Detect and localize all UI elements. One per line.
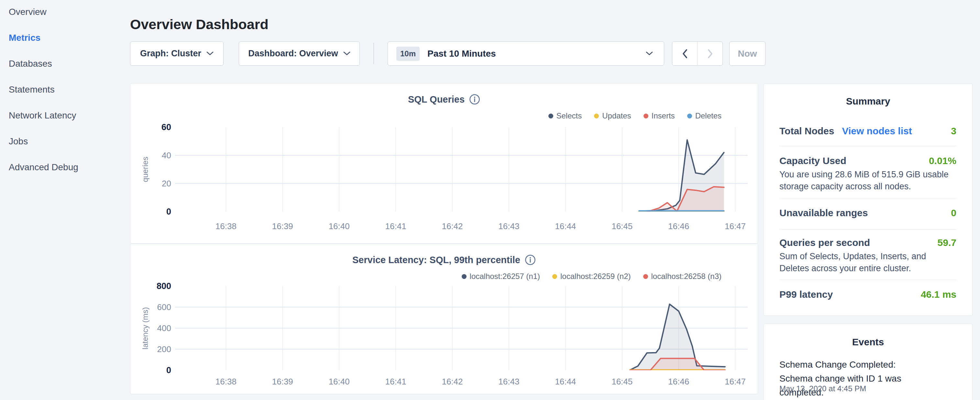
y-axis-tick: 0	[140, 365, 171, 375]
summary-row-queries-per-second: Queries per second 59.7	[780, 237, 956, 248]
x-axis-tick: 16:47	[716, 377, 755, 387]
y-axis-tick: 200	[140, 344, 171, 354]
divider	[780, 199, 956, 199]
x-axis-tick: 16:39	[263, 377, 302, 387]
chart-legend: SelectsUpdatesInsertsDeletes	[549, 112, 722, 120]
legend-label: localhost:26257 (n1)	[470, 272, 540, 281]
summary-row-unavailable-ranges: Unavailable ranges 0	[780, 207, 956, 218]
toolbar-divider	[373, 43, 374, 64]
legend-dot-icon	[552, 274, 557, 279]
y-axis-tick: 40	[140, 150, 171, 161]
y-axis-tick: 60	[140, 122, 171, 132]
x-axis-tick: 16:38	[207, 377, 245, 387]
legend-item[interactable]: Selects	[549, 112, 582, 120]
x-axis-tick: 16:38	[207, 222, 245, 231]
x-axis-tick: 16:46	[659, 377, 698, 387]
x-axis-tick: 16:41	[376, 377, 415, 387]
time-window-selector[interactable]: 10m Past 10 Minutes	[388, 41, 664, 66]
sidebar-item-overview[interactable]: Overview	[9, 0, 119, 25]
summary-row-label: Capacity Used	[780, 155, 846, 166]
summary-row-label: Total Nodes	[780, 126, 834, 137]
legend-item[interactable]: Inserts	[644, 112, 675, 120]
info-icon[interactable]	[525, 254, 536, 265]
x-axis-tick: 16:44	[546, 377, 585, 387]
legend-dot-icon	[687, 113, 692, 118]
event-timestamp: May 13, 2020 at 4:45 PM	[780, 384, 866, 393]
legend-label: localhost:26259 (n2)	[560, 272, 631, 281]
service-latency-chart-card: Service Latency: SQL, 99th percentile lo…	[130, 244, 758, 394]
chevron-down-icon	[646, 51, 653, 56]
sidebar-item-jobs[interactable]: Jobs	[9, 129, 119, 155]
sql-queries-chart-card: SQL Queries SelectsUpdatesInsertsDeletes…	[130, 83, 758, 244]
x-axis-tick: 16:40	[320, 222, 358, 231]
sidebar-item-advanced-debug[interactable]: Advanced Debug	[9, 155, 119, 180]
summary-row-p99-latency: P99 latency 46.1 ms	[780, 289, 956, 300]
legend-item[interactable]: Updates	[594, 112, 631, 120]
x-axis-tick: 16:45	[603, 222, 641, 231]
x-axis-tick: 16:42	[433, 222, 472, 231]
next-time-window-button[interactable]	[698, 42, 722, 65]
summary-row-value: 0	[951, 207, 956, 218]
graph-dropdown-label: Graph: Cluster	[140, 49, 201, 59]
divider	[780, 280, 956, 280]
sidebar-item-databases[interactable]: Databases	[9, 51, 119, 77]
y-axis-tick: 400	[140, 323, 171, 333]
x-axis-tick: 16:47	[716, 222, 755, 231]
sidebar-item-network-latency[interactable]: Network Latency	[9, 103, 119, 129]
x-axis-tick: 16:41	[376, 222, 415, 231]
summary-row-description: Sum of Selects, Updates, Inserts, and De…	[780, 250, 951, 274]
events-panel: Events Schema Change Completed: Schema c…	[764, 324, 972, 400]
view-nodes-list-link[interactable]: View nodes list	[842, 126, 912, 137]
previous-time-window-button[interactable]	[672, 42, 698, 65]
sidebar-item-metrics[interactable]: Metrics	[9, 25, 119, 51]
graph-dropdown[interactable]: Graph: Cluster	[130, 41, 224, 66]
x-axis-tick: 16:42	[433, 377, 472, 387]
dashboard-dropdown[interactable]: Dashboard: Overview	[239, 41, 360, 66]
chevron-right-icon	[707, 49, 713, 59]
legend-item[interactable]: localhost:26259 (n2)	[552, 272, 631, 281]
summary-row-value: 0.01%	[929, 155, 956, 166]
legend-label: Deletes	[695, 112, 721, 120]
summary-row-total-nodes: Total Nodes View nodes list 3	[780, 126, 956, 137]
page-title: Overview Dashboard	[130, 16, 269, 32]
y-axis-tick: 800	[140, 281, 171, 291]
summary-row-description: You are using 28.6 MiB of 515.9 GiB usab…	[780, 169, 951, 193]
summary-row-capacity-used: Capacity Used 0.01%	[780, 155, 956, 166]
y-axis-tick: 600	[140, 302, 171, 312]
x-axis-tick: 16:46	[659, 222, 698, 231]
chart-header: Service Latency: SQL, 99th percentile	[130, 254, 758, 265]
chevron-down-icon	[343, 51, 350, 56]
info-icon[interactable]	[469, 94, 480, 105]
legend-label: Inserts	[652, 112, 675, 120]
x-axis-tick: 16:44	[546, 222, 585, 231]
summary-row-label: Queries per second	[780, 237, 870, 248]
y-axis-label: queries	[140, 127, 151, 212]
divider	[780, 229, 956, 230]
x-axis-tick: 16:40	[320, 377, 358, 387]
now-button-label: Now	[738, 49, 757, 59]
legend-item[interactable]: localhost:26257 (n1)	[462, 272, 540, 281]
legend-label: Updates	[602, 112, 631, 120]
divider	[780, 146, 956, 146]
summary-row-label: P99 latency	[780, 289, 833, 300]
time-window-pager	[672, 41, 723, 66]
legend-item[interactable]: localhost:26258 (n3)	[643, 272, 721, 281]
sidebar-item-statements[interactable]: Statements	[9, 77, 119, 103]
x-axis-tick: 16:43	[490, 222, 528, 231]
x-axis-tick: 16:45	[603, 377, 641, 387]
events-title: Events	[764, 336, 972, 347]
legend-dot-icon	[462, 274, 466, 279]
chart-title: Service Latency: SQL, 99th percentile	[352, 255, 520, 265]
summary-row-value: 3	[951, 126, 956, 137]
summary-row-label: Unavailable ranges	[780, 207, 868, 218]
now-button[interactable]: Now	[729, 41, 765, 66]
time-window-badge: 10m	[396, 46, 420, 61]
y-axis-tick: 20	[140, 178, 171, 189]
time-window-label: Past 10 Minutes	[427, 49, 496, 59]
x-axis-tick: 16:39	[263, 222, 302, 231]
chart-plot-area	[175, 127, 748, 212]
chart-title: SQL Queries	[408, 94, 465, 105]
chevron-down-icon	[207, 51, 213, 56]
dashboard-dropdown-label: Dashboard: Overview	[248, 49, 338, 59]
legend-item[interactable]: Deletes	[687, 112, 721, 120]
